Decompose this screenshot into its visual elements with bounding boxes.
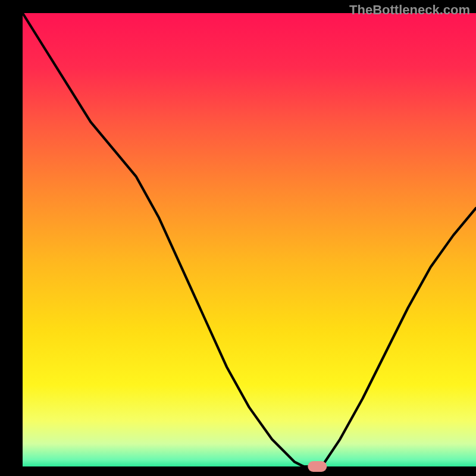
plot-area xyxy=(23,13,476,466)
watermark-text: TheBottleneck.com xyxy=(349,2,470,18)
chart-frame: TheBottleneck.com xyxy=(0,0,476,476)
optimal-pill-marker xyxy=(308,461,327,472)
chart-svg xyxy=(0,0,476,476)
